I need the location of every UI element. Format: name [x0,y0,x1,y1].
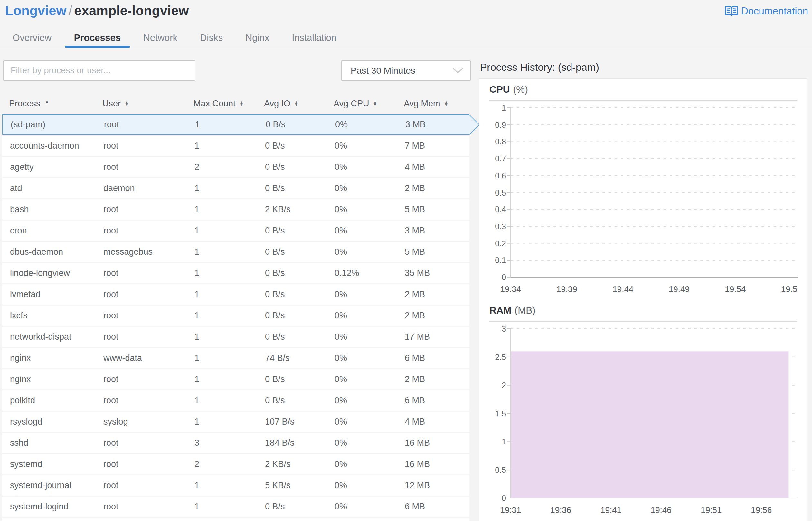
cell-max-count: 1 [187,311,257,321]
table-row[interactable]: cron root 1 0 B/s 0% 3 MB [2,221,469,241]
cell-max-count: 1 [187,226,257,236]
table-row[interactable]: systemd-journal root 1 5 KB/s 0% 12 MB [2,475,469,496]
cell-user: root [95,311,187,321]
table-row[interactable]: lxcfs root 1 0 B/s 0% 2 MB [2,305,469,326]
tab-overview[interactable]: Overview [13,29,51,47]
cell-avg-cpu: 0% [327,395,397,406]
svg-text:19:36: 19:36 [550,505,571,515]
svg-text:0.7: 0.7 [495,154,506,163]
cell-max-count: 2 [187,459,257,469]
column-header[interactable]: Avg CPU ▲▼ [327,99,397,109]
table-row[interactable]: lvmetad root 1 0 B/s 0% 2 MB [2,284,469,304]
cell-avg-mem: 5 MB [397,205,469,214]
cell-avg-mem: 3 MB [397,226,469,236]
sort-icon: ▲▼ [125,101,129,106]
cell-max-count: 1 [187,480,257,491]
table-row[interactable]: rsyslogd syslog 1 107 B/s 0% 4 MB [2,412,469,432]
cell-avg-io: 0 B/s [257,141,327,151]
cell-max-count: 1 [187,290,257,299]
column-label: Avg Mem [404,99,441,109]
table-row[interactable]: dbus-daemon messagebus 1 0 B/s 0% 5 MB [2,242,469,262]
table-row[interactable]: agetty root 2 0 B/s 0% 4 MB [2,157,469,177]
tab-disks[interactable]: Disks [200,29,223,47]
column-header[interactable]: Avg IO ▲▼ [257,99,327,109]
cell-avg-cpu: 0% [327,502,397,512]
cell-avg-mem: 6 MB [397,395,469,406]
table-row[interactable]: systemd root 2 2 KB/s 0% 16 MB [2,454,469,474]
column-header[interactable]: Avg Mem ▲▼ [397,99,469,109]
cell-avg-cpu: 0% [327,226,397,236]
table-row-partial [2,518,469,521]
cell-user: daemon [95,183,187,193]
cell-avg-io: 0 B/s [257,226,327,236]
breadcrumb-longview-link[interactable]: Longview [5,3,67,18]
cell-process: (sd-pam) [3,120,96,130]
svg-text:0.5: 0.5 [495,466,506,474]
tab-label: Disks [200,32,223,43]
sort-icon: ▲▼ [294,101,298,106]
column-label: Avg CPU [334,99,369,109]
table-row[interactable]: linode-longview root 1 0 B/s 0.12% 35 MB [2,263,469,283]
longview-page: { "header": { "breadcrumb_section": "Lon… [0,0,812,521]
table-row[interactable]: systemd-logind root 1 0 B/s 0% 6 MB [2,497,469,517]
cell-max-count: 1 [187,183,257,193]
cell-process: systemd-logind [2,502,95,512]
cell-user: www-data [95,353,187,363]
cell-avg-io: 107 B/s [257,417,327,427]
tab-nginx[interactable]: Nginx [245,29,269,47]
table-row[interactable]: sshd root 3 184 B/s 0% 16 MB [2,433,469,453]
column-label: User [102,99,121,109]
process-filter-input[interactable] [3,61,195,81]
table-row[interactable]: polkitd root 1 0 B/s 0% 6 MB [2,390,469,411]
tab-label: Overview [13,32,51,43]
table-row[interactable]: atd daemon 1 0 B/s 0% 2 MB [2,178,469,199]
chevron-down-icon [452,68,463,74]
table-row[interactable]: accounts-daemon root 1 0 B/s 0% 7 MB [2,136,469,156]
column-header[interactable]: Process ▲ [2,99,95,109]
svg-text:1.5: 1.5 [495,409,506,418]
time-range-select[interactable]: Past 30 Minutes [341,61,471,81]
chart-divider [489,321,797,322]
table-row[interactable]: bash root 1 2 KB/s 0% 5 MB [2,199,469,220]
cell-avg-mem: 5 MB [397,247,469,257]
cell-process: lvmetad [2,290,95,299]
tab-network[interactable]: Network [143,29,177,47]
cell-avg-io: 0 B/s [257,268,327,278]
cell-process: nginx [2,353,95,363]
svg-text:1: 1 [501,105,506,112]
table-row[interactable]: nginx root 1 0 B/s 0% 2 MB [2,369,469,389]
cell-user: root [95,375,187,384]
svg-text:19:49: 19:49 [669,284,690,294]
table-row[interactable]: networkd-dispat root 1 0 B/s 0% 17 MB [2,327,469,347]
chart-header: CPU (%) [489,84,797,95]
chart-divider [489,100,797,101]
cell-avg-mem: 3 MB [398,120,469,130]
cell-avg-mem: 6 MB [397,353,469,363]
cell-avg-cpu: 0% [327,311,397,321]
documentation-label: Documentation [741,5,808,17]
cell-avg-cpu: 0% [327,205,397,214]
table-body: (sd-pam) root 1 0 B/s 0% 3 MB accounts-d… [2,114,469,517]
column-header[interactable]: User ▲▼ [95,99,187,109]
cell-avg-cpu: 0% [327,162,397,172]
cell-avg-cpu: 0.12% [327,268,397,278]
cell-avg-cpu: 0% [327,417,397,427]
svg-text:19:46: 19:46 [651,505,671,515]
tab-processes[interactable]: Processes [74,29,121,47]
cell-max-count: 1 [187,502,257,512]
cell-max-count: 1 [187,417,257,427]
table-row[interactable]: (sd-pam) root 1 0 B/s 0% 3 MB [2,114,469,135]
tab-installation[interactable]: Installation [292,29,337,47]
cell-process: rsyslogd [2,417,95,427]
table-row[interactable]: nginx www-data 1 74 B/s 0% 6 MB [2,348,469,368]
svg-text:19:34: 19:34 [500,284,521,294]
column-label: Avg IO [264,99,291,109]
cell-avg-cpu: 0% [327,353,397,363]
cell-max-count: 1 [187,268,257,278]
tab-label: Network [143,32,177,43]
column-header[interactable]: Max Count ▲▼ [187,99,257,109]
cell-process: agetty [2,162,95,172]
svg-text:19:56: 19:56 [751,505,772,515]
svg-text:0.2: 0.2 [495,239,506,248]
documentation-link[interactable]: Documentation [724,5,808,17]
